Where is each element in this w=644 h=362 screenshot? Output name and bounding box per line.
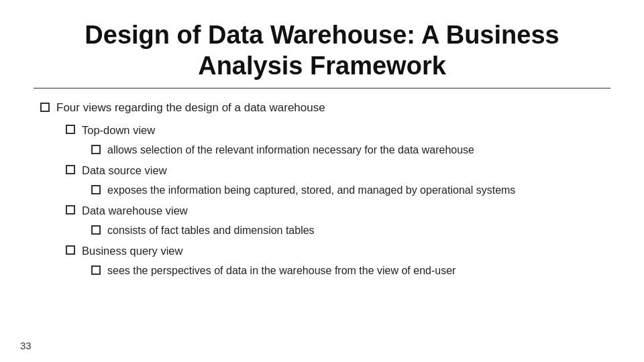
bullet-text-l3-4: sees the perspectives of data in the war… (107, 263, 610, 278)
bullet-marker-l1-1 (40, 103, 50, 112)
bullet-marker-l2-3 (66, 205, 75, 215)
bullet-l3-2: exposes the information being captured, … (91, 183, 610, 198)
title-area: Design of Data Warehouse: A Business Ana… (34, 20, 610, 88)
bullet-marker-l3-3 (91, 225, 101, 235)
bullet-marker-l3-1 (91, 145, 101, 154)
bullet-text-l1-1: Four views regarding the design of a dat… (56, 101, 610, 116)
bullet-text-l3-3: consists of fact tables and dimension ta… (107, 223, 610, 238)
bullet-l2-4: Business query view (66, 243, 610, 258)
content-area: Four views regarding the design of a dat… (34, 101, 610, 342)
bullet-marker-l2-4 (66, 245, 75, 255)
bullet-l1-1: Four views regarding the design of a dat… (40, 101, 610, 116)
bullet-l2-1: Top-down view (66, 123, 610, 137)
bullet-text-l2-1: Top-down view (82, 123, 610, 137)
bullet-l3-1: allows selection of the relevant informa… (91, 143, 610, 158)
title-line2: Analysis Framework (198, 52, 446, 80)
bullet-text-l3-1: allows selection of the relevant informa… (107, 143, 610, 158)
slide-container: Design of Data Warehouse: A Business Ana… (0, 0, 644, 362)
bullet-marker-l2-1 (66, 125, 75, 134)
slide-title: Design of Data Warehouse: A Business Ana… (34, 20, 610, 81)
bullet-text-l3-2: exposes the information being captured, … (107, 183, 610, 198)
title-line1: Design of Data Warehouse: A Business (85, 21, 559, 49)
bullet-marker-l3-4 (91, 265, 101, 275)
slide-number: 33 (20, 340, 32, 351)
bullet-marker-l2-2 (66, 165, 75, 174)
bullet-text-l2-3: Data warehouse view (82, 203, 610, 218)
bullet-text-l2-2: Data source view (82, 163, 610, 178)
bullet-l2-3: Data warehouse view (66, 203, 610, 218)
bullet-l3-4: sees the perspectives of data in the war… (91, 263, 610, 278)
bullet-l3-3: consists of fact tables and dimension ta… (91, 223, 610, 238)
bullet-marker-l3-2 (91, 185, 101, 194)
bullet-l2-2: Data source view (66, 163, 610, 178)
bullet-text-l2-4: Business query view (82, 243, 610, 258)
